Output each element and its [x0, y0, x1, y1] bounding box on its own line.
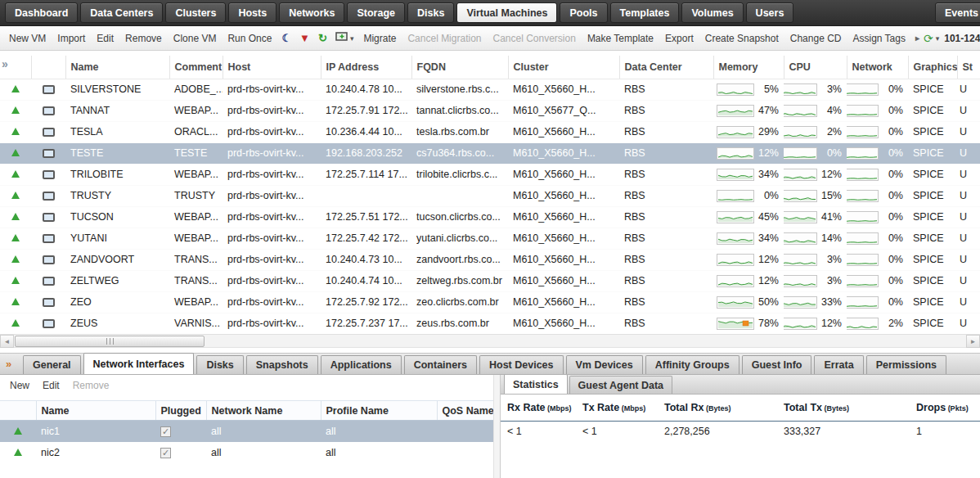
nic-col-name[interactable]: Name: [36, 401, 155, 421]
scroll-left-icon[interactable]: ◄: [0, 335, 14, 348]
nic-col-plugged[interactable]: Plugged: [155, 401, 206, 421]
more-actions-icon[interactable]: ▸: [911, 34, 924, 43]
assign-tags-button[interactable]: Assign Tags: [847, 31, 910, 46]
detail-tab-guest-info[interactable]: Guest Info: [742, 355, 812, 374]
vm-row-zandvoort[interactable]: ZANDVOORTTRANS...prd-rbs-ovirt-kv...10.2…: [0, 249, 980, 270]
total-tx-value: 333,327: [777, 421, 910, 442]
nav-tab-virtual-machines[interactable]: Virtual Machines: [456, 2, 557, 23]
detail-tab-host-devices[interactable]: Host Devices: [479, 355, 564, 374]
create-snapshot-button[interactable]: Create Snapshot: [699, 31, 784, 46]
nic-panel-scrollbar[interactable]: [493, 375, 500, 478]
vm-host: prd-rbs-ovirt-kv...: [223, 291, 321, 313]
export-button[interactable]: Export: [659, 31, 699, 46]
nav-tab-dashboard[interactable]: Dashboard: [5, 2, 78, 23]
vm-col-memory[interactable]: Memory: [713, 56, 784, 79]
vm-cluster: M610_X5677_Q...: [508, 100, 619, 121]
vm-col-name[interactable]: Name: [65, 56, 169, 79]
make-template-button[interactable]: Make Template: [582, 31, 659, 46]
console-icon-column-header[interactable]: [31, 56, 65, 79]
collapse-details-icon[interactable]: »: [6, 358, 11, 370]
vm-col-ip-address[interactable]: IP Address: [321, 56, 411, 79]
detail-tab-errata[interactable]: Errata: [814, 355, 863, 374]
reboot-vm-icon[interactable]: ↻: [314, 32, 331, 44]
vm-row-zeus[interactable]: ZEUSVARNIS...prd-rbs-ovirt-kv...172.25.7…: [0, 313, 980, 334]
new-vm-button[interactable]: New VM: [3, 31, 52, 46]
detail-tab-affinity-groups[interactable]: Affinity Groups: [645, 355, 739, 374]
detail-tab-network-interfaces[interactable]: Network Interfaces: [83, 353, 195, 374]
vm-row-silverstone[interactable]: SILVERSTONEADOBE_...prd-rbs-ovirt-kv...1…: [0, 79, 980, 100]
nic-row-nic2[interactable]: nic2✓allall: [0, 442, 494, 463]
horizontal-scrollbar[interactable]: ◄ ►: [0, 334, 980, 348]
nav-tab-users[interactable]: Users: [746, 2, 794, 23]
stats-tab-guest-agent-data[interactable]: Guest Agent Data: [569, 376, 672, 394]
detail-tab-disks[interactable]: Disks: [196, 355, 243, 374]
vm-col-host[interactable]: Host: [223, 56, 321, 79]
nav-tab-disks[interactable]: Disks: [407, 2, 454, 23]
vm-col-cluster[interactable]: Cluster: [508, 56, 619, 79]
expand-tree-icon[interactable]: »: [2, 57, 8, 70]
shutdown-vm-icon[interactable]: ▼: [295, 32, 314, 44]
vm-col-cpu[interactable]: CPU: [784, 56, 847, 79]
vm-col-data-center[interactable]: Data Center: [619, 56, 713, 79]
import-button[interactable]: Import: [52, 31, 91, 46]
vm-row-zeo[interactable]: ZEOWEBAP...prd-rbs-ovirt-kv...172.25.7.9…: [0, 291, 980, 313]
detail-tab-vm-devices[interactable]: Vm Devices: [566, 355, 643, 374]
nic-col-network-name[interactable]: Network Name: [206, 401, 321, 421]
nav-tab-networks[interactable]: Networks: [279, 2, 344, 23]
vm-row-tannat[interactable]: TANNATWEBAP...prd-rbs-ovirt-kv...172.25.…: [0, 100, 980, 121]
remove-button[interactable]: Remove: [119, 31, 168, 46]
nav-tab-clusters[interactable]: Clusters: [165, 2, 226, 23]
detail-tab-general[interactable]: General: [23, 355, 81, 374]
vm-row-trusty[interactable]: TRUSTYTRUSTYprd-rbs-ovirt-kv...M610_X566…: [0, 185, 980, 206]
scroll-right-icon[interactable]: ►: [966, 335, 980, 348]
stats-tab-statistics[interactable]: Statistics: [504, 375, 568, 394]
vm-col-fqdn[interactable]: FQDN: [411, 56, 508, 79]
stats-col-label: Total Rx: [664, 402, 704, 413]
nic-row-nic1[interactable]: nic1✓allall: [0, 421, 494, 442]
vm-col-st[interactable]: St: [957, 56, 980, 79]
memory-sparkline: [717, 83, 754, 96]
vm-graphics: SPICE: [908, 313, 957, 334]
vm-row-trilobite[interactable]: TRILOBITEWEBAP...prd-rbs-ovirt-kv...172.…: [0, 164, 980, 185]
vm-network-cell: 0%: [847, 100, 908, 121]
vm-row-tesla[interactable]: TESLAORACL...prd-rbs-ovirt-kv...10.236.4…: [0, 121, 980, 142]
vm-data-center: RBS: [619, 313, 713, 334]
suspend-vm-icon[interactable]: ☾: [277, 32, 295, 44]
nic-col-profile-name[interactable]: Profile Name: [321, 401, 437, 421]
vm-status-text: U: [957, 79, 980, 100]
nav-tab-data-centers[interactable]: Data Centers: [80, 2, 163, 23]
vm-ip-address: 10.240.4.74 10...: [321, 270, 411, 291]
vm-row-zeltweg[interactable]: ZELTWEGTRANS...prd-rbs-ovirt-kv...10.240…: [0, 270, 980, 291]
run-once-button[interactable]: Run Once: [222, 31, 277, 46]
detail-tab-containers[interactable]: Containers: [404, 355, 477, 374]
vm-col-graphics[interactable]: Graphics: [908, 56, 957, 79]
nic-edit-button[interactable]: Edit: [43, 380, 60, 391]
clone-vm-button[interactable]: Clone VM: [168, 31, 223, 46]
nav-tab-volumes[interactable]: Volumes: [681, 2, 743, 23]
nav-tab-templates[interactable]: Templates: [610, 2, 680, 23]
detail-tab-permissions[interactable]: Permissions: [866, 355, 946, 374]
nav-tab-events[interactable]: Events: [935, 2, 980, 23]
refresh-grid-icon[interactable]: ⟳: [924, 32, 933, 45]
vm-col-network[interactable]: Network: [847, 56, 908, 79]
vm-name: TRILOBITE: [65, 164, 169, 185]
detail-tab-applications[interactable]: Applications: [321, 355, 402, 374]
vm-col-comment[interactable]: Comment: [169, 56, 223, 79]
vm-cpu-cell: 4%: [784, 100, 847, 121]
edit-button[interactable]: Edit: [91, 31, 119, 46]
vm-row-teste[interactable]: TESTETESTEprd-rbs-ovirt-kv...192.168.203…: [0, 142, 980, 164]
change-cd-button[interactable]: Change CD: [784, 31, 847, 46]
nic-new-button[interactable]: New: [10, 380, 29, 391]
nav-tab-pools[interactable]: Pools: [560, 2, 607, 23]
console-icon[interactable]: ▾: [331, 32, 358, 44]
vm-row-yutani[interactable]: YUTANIWEBAP...prd-rbs-ovirt-kv...172.25.…: [0, 228, 980, 249]
migrate-button[interactable]: Migrate: [357, 31, 402, 46]
nic-col-qos-name[interactable]: QoS Name: [437, 401, 494, 421]
detail-tab-snapshots[interactable]: Snapshots: [246, 355, 318, 374]
scrollbar-thumb[interactable]: [15, 336, 205, 347]
nav-tab-storage[interactable]: Storage: [347, 2, 405, 23]
refresh-options-caret-icon[interactable]: ▾: [936, 34, 940, 43]
nav-tab-hosts[interactable]: Hosts: [228, 2, 276, 23]
vm-console-cell: [31, 100, 65, 121]
vm-row-tucson[interactable]: TUCSONWEBAP...prd-rbs-ovirt-kv...172.25.…: [0, 206, 980, 228]
